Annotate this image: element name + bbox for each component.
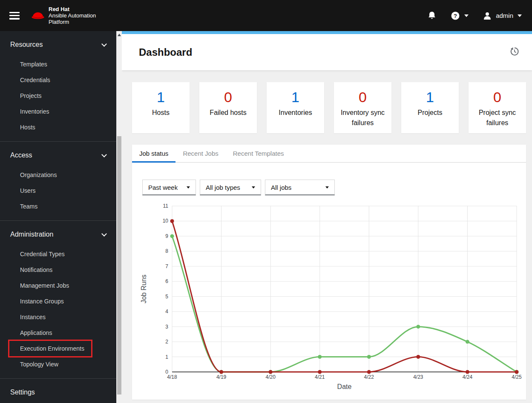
summary-card-inventories: 1 Inventories [267, 82, 324, 133]
x-tick-label: 4/19 [216, 374, 227, 380]
data-point-red-series [269, 370, 273, 374]
sidebar-section-settings[interactable]: Settings [0, 385, 116, 400]
jobs-select[interactable]: All jobs [265, 180, 335, 195]
sidebar-section-administration[interactable]: Administration [0, 227, 116, 242]
sidebar-item-label: Hosts [20, 124, 35, 131]
brand-line2: Ansible Automation [49, 12, 96, 19]
data-point-green-series [416, 325, 420, 329]
top-navbar: Red Hat Ansible Automation Platform ? ad… [0, 0, 532, 31]
x-axis-label: Date [337, 383, 352, 390]
chart-filters: Past week All job types All jobs [142, 180, 526, 195]
sidebar-section-access[interactable]: Access [0, 148, 116, 163]
sidebar-item-organizations[interactable]: Organizations [0, 167, 116, 183]
y-tick-label: 9 [165, 233, 168, 239]
y-tick-label: 2 [165, 339, 168, 345]
sidebar-item-label: Credentials [20, 77, 50, 83]
job-status-panel: Job status Recent Jobs Recent Templates … [132, 145, 526, 400]
sidebar-item-credential-types[interactable]: Credential Types [0, 246, 116, 262]
history-button[interactable] [510, 47, 519, 57]
card-label: Hosts [132, 108, 190, 118]
main-content: Dashboard 1 Hosts 0 Failed hosts 1 Inven… [122, 31, 532, 403]
brand-text: Red Hat Ansible Automation Platform [49, 6, 96, 25]
sidebar-item-applications[interactable]: Applications [0, 325, 116, 341]
tab-job-status[interactable]: Job status [132, 145, 175, 162]
sidebar-item-instances[interactable]: Instances [0, 309, 116, 325]
menu-toggle-button[interactable] [9, 12, 20, 20]
summary-card-hosts: 1 Hosts [132, 82, 190, 133]
y-tick-label: 11 [163, 203, 169, 209]
page-body: 1 Hosts 0 Failed hosts 1 Inventories 0 I… [122, 70, 532, 400]
sidebar-item-label: Applications [20, 329, 52, 336]
question-circle-icon: ? [451, 11, 460, 20]
sidebar-item-instance-groups[interactable]: Instance Groups [0, 294, 116, 309]
sidebar-item-users[interactable]: Users [0, 183, 116, 199]
sidebar-section-label: Resources [10, 40, 43, 49]
brand-line3: Platform [49, 19, 96, 25]
data-point-green-series [170, 234, 174, 238]
x-tick-label: 4/22 [364, 374, 374, 380]
card-label: Project sync failures [469, 108, 526, 128]
sidebar-item-teams[interactable]: Teams [0, 199, 116, 214]
help-menu-button[interactable]: ? [451, 11, 469, 20]
user-menu-button[interactable]: admin [483, 11, 522, 20]
data-point-red-series [515, 370, 519, 374]
sidebar-item-templates[interactable]: Templates [0, 57, 116, 72]
data-point-red-series [416, 355, 420, 359]
sidebar: Resources Templates Credentials Projects… [0, 31, 116, 403]
sidebar-item-notifications[interactable]: Notifications [0, 262, 116, 278]
card-label: Inventory sync failures [334, 108, 391, 128]
card-value[interactable]: 1 [132, 87, 190, 107]
notifications-button[interactable] [428, 11, 436, 20]
sidebar-item-label: Notifications [20, 266, 52, 273]
data-point-red-series [367, 370, 371, 374]
select-value: All job types [206, 184, 240, 191]
card-value[interactable]: 0 [334, 87, 391, 107]
period-select[interactable]: Past week [142, 180, 196, 195]
tab-recent-templates[interactable]: Recent Templates [226, 145, 291, 162]
card-value[interactable]: 1 [267, 87, 324, 107]
y-tick-label: 5 [165, 294, 168, 300]
sidebar-item-label: Credential Types [20, 251, 65, 257]
card-value[interactable]: 1 [401, 87, 459, 107]
chevron-down-icon [101, 152, 107, 157]
data-point-green-series [367, 355, 371, 359]
summary-card-project-sync-failures: 0 Project sync failures [469, 82, 526, 133]
sidebar-section: Settings [0, 378, 116, 403]
sidebar-section-label: Settings [10, 388, 35, 397]
card-value[interactable]: 0 [469, 87, 526, 107]
bell-icon [428, 11, 436, 20]
history-icon [510, 47, 519, 56]
summary-card-inventory-sync-failures: 0 Inventory sync failures [334, 82, 391, 133]
job-type-select[interactable]: All job types [200, 180, 261, 195]
x-tick-label: 4/20 [265, 374, 276, 380]
sidebar-items-resources: Templates Credentials Projects Inventori… [0, 57, 116, 135]
sidebar-item-topology-view[interactable]: Topology View [0, 357, 116, 372]
data-point-green-series [318, 355, 322, 359]
sidebar-item-inventories[interactable]: Inventories [0, 104, 116, 120]
redhat-fedora-icon [31, 11, 45, 20]
sidebar-item-hosts[interactable]: Hosts [0, 120, 116, 135]
scrollbar-up-arrow-icon[interactable] [118, 34, 121, 36]
y-tick-label: 7 [165, 263, 168, 269]
x-tick-label: 4/24 [463, 374, 473, 380]
brand-line1: Red Hat [49, 6, 96, 12]
sidebar-item-execution-environments[interactable]: Execution Environments [0, 341, 116, 357]
sidebar-item-projects[interactable]: Projects [0, 88, 116, 104]
sidebar-scrollbar[interactable] [116, 31, 122, 403]
sidebar-section: Resources Templates Credentials Projects… [0, 31, 116, 141]
sidebar-item-label: Templates [20, 61, 47, 68]
username-label: admin [496, 12, 513, 19]
tab-recent-jobs[interactable]: Recent Jobs [175, 145, 225, 162]
caret-down-icon [518, 14, 522, 17]
sidebar-item-credentials[interactable]: Credentials [0, 72, 116, 88]
sidebar-section-label: Administration [10, 230, 53, 239]
sidebar-item-label: Instance Groups [20, 298, 64, 305]
card-value[interactable]: 0 [199, 87, 257, 107]
y-axis-label: Job Runs [140, 274, 147, 303]
sidebar-item-label: Organizations [20, 171, 57, 178]
sidebar-section-resources[interactable]: Resources [0, 37, 116, 52]
brand-logo[interactable]: Red Hat Ansible Automation Platform [31, 6, 96, 25]
sidebar-item-management-jobs[interactable]: Management Jobs [0, 278, 116, 294]
sidebar-scrollbar-thumb[interactable] [117, 136, 121, 394]
accent-bar [122, 31, 532, 34]
